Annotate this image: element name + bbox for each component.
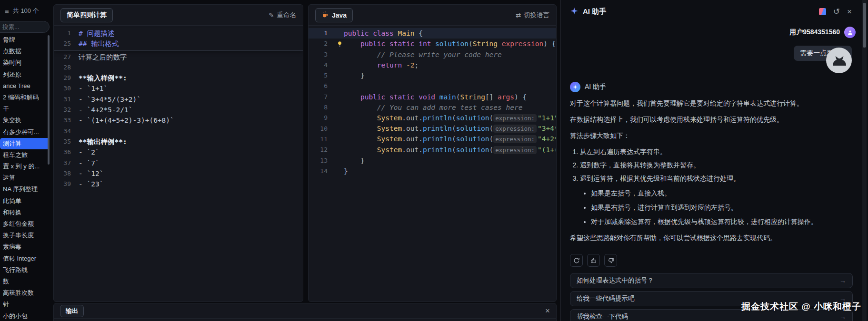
- code-token: solution: [456, 135, 489, 143]
- collapse-sidebar-icon[interactable]: ≡: [5, 7, 9, 15]
- sidebar-header: ≡ 共 100 个: [5, 7, 39, 15]
- sidebar-item[interactable]: 运算: [0, 172, 50, 184]
- line-number: 38: [54, 168, 79, 179]
- code-token: solution: [456, 125, 489, 132]
- switch-language-button[interactable]: ⇄ 切换语言: [516, 11, 549, 19]
- ai-scrollbar-thumb[interactable]: [863, 3, 866, 48]
- code-token: System: [377, 114, 402, 122]
- language-tab-java[interactable]: Java: [315, 8, 353, 22]
- thumbs-down-button[interactable]: [604, 254, 617, 267]
- ai-message-header: AI 助手: [570, 82, 856, 92]
- md-line: 31- `3+4*5/(3+2)`: [54, 94, 303, 105]
- md-segment: -: [79, 180, 87, 188]
- line-number: 36: [54, 147, 79, 157]
- ai-chat-area: 用户9584351560 需要一点思路... AI 助手 对于这个计算器问题，我…: [570, 27, 856, 321]
- sidebar-item[interactable]: 集交换: [0, 115, 50, 126]
- sidebar-item[interactable]: 值转 Integer: [0, 253, 50, 264]
- sidebar-item[interactable]: 列还原: [0, 69, 50, 80]
- code-token: solution: [456, 146, 489, 154]
- md-line: 25## 输出格式: [54, 39, 303, 49]
- line-text: System.out.println(solution(expression:"…: [344, 145, 557, 156]
- code-token: "4+2*5-2/1": [538, 135, 557, 143]
- search-input[interactable]: [0, 21, 50, 33]
- lightbulb-icon[interactable]: [335, 41, 344, 47]
- problem-list: 骨牌点数据染时间列还原ance Tree2 编码和解码干集交换有多少种可...测…: [0, 34, 50, 321]
- sidebar-item[interactable]: ance Tree: [0, 80, 50, 92]
- code-token: Main: [398, 29, 415, 37]
- code-token: [394, 29, 398, 37]
- sidebar-item[interactable]: 置 x 到 y 的...: [0, 161, 50, 172]
- ai-avatar: [570, 82, 580, 92]
- problem-count-label: 共 100 个: [13, 7, 39, 15]
- rename-button[interactable]: ✎ 重命名: [269, 11, 296, 19]
- user-message-header: 用户9584351560: [570, 27, 856, 38]
- watermark-text: 掘金技术社区 @ 小咪和橙子: [741, 301, 861, 313]
- code-token: expression:: [493, 135, 537, 143]
- sidebar-scrollbar[interactable]: [48, 35, 50, 165]
- suggestion-chip[interactable]: 如何处理表达式中的括号？→: [570, 273, 853, 288]
- close-ai-panel-icon[interactable]: ×: [847, 8, 852, 16]
- pencil-icon: ✎: [269, 11, 274, 19]
- code-token: println: [423, 135, 452, 143]
- ai-paragraph: 对于这个计算器问题，我们首先要理解它是要对给定的字符串表达式进行计算。: [570, 98, 856, 108]
- md-line: 28: [54, 62, 303, 73]
- sidebar-item[interactable]: 点数据: [0, 46, 50, 57]
- sidebar-item[interactable]: 飞行路线: [0, 264, 50, 276]
- code-token: solution: [456, 114, 489, 122]
- problem-title-chip[interactable]: 简单四则计算: [60, 8, 113, 22]
- code-line: 9 System.out.println(solution(expression…: [309, 113, 556, 123]
- line-number: 35: [54, 136, 79, 147]
- code-token: expression:: [493, 125, 537, 133]
- regenerate-button[interactable]: [570, 254, 583, 267]
- sidebar-item[interactable]: 干: [0, 103, 50, 115]
- sidebar-item[interactable]: 骨牌: [0, 34, 50, 46]
- markdown-editor[interactable]: 1# 问题描述25## 输出格式 27计算之后的数字2829**输入样例**:3…: [54, 26, 303, 189]
- history-icon[interactable]: ↺: [833, 8, 840, 16]
- code-token: [344, 135, 377, 143]
- sidebar-item[interactable]: 素病毒: [0, 241, 50, 253]
- output-tab[interactable]: 输出: [60, 305, 84, 317]
- line-number: 13: [309, 156, 335, 166]
- sidebar-item[interactable]: 租车之旅: [0, 149, 50, 161]
- sidebar-item[interactable]: 有多少种可...: [0, 126, 50, 138]
- sidebar-item[interactable]: 染时间: [0, 57, 50, 68]
- code-token: [414, 93, 419, 101]
- sidebar-item[interactable]: NA 序列整理: [0, 184, 50, 195]
- sidebar-item[interactable]: 数: [0, 276, 50, 287]
- sidebar-item[interactable]: 高获胜次数: [0, 287, 50, 299]
- line-number: 3: [309, 49, 335, 60]
- sidebar-item-selected[interactable]: 测计算: [0, 138, 50, 149]
- line-text: }: [344, 156, 365, 166]
- close-output-icon[interactable]: ×: [545, 307, 550, 315]
- code-token: [431, 40, 435, 48]
- code-token: [385, 40, 389, 48]
- code-token: void: [419, 93, 435, 101]
- sidebar-item[interactable]: 此简单: [0, 195, 50, 207]
- line-number: 12: [309, 145, 335, 155]
- code-line: 7 public static void main(String[] args)…: [309, 92, 556, 102]
- ai-scrollbar-track[interactable]: [862, 0, 867, 321]
- sidebar-item[interactable]: 和转换: [0, 207, 50, 218]
- sidebar-item[interactable]: 针: [0, 299, 50, 310]
- code-token: expression: [502, 40, 543, 48]
- line-number: 34: [54, 126, 79, 136]
- line-number: 31: [54, 94, 79, 105]
- sidebar-item[interactable]: 小的小包: [0, 311, 50, 321]
- line-number: 27: [54, 52, 79, 62]
- thumbs-up-button[interactable]: [587, 254, 600, 267]
- sidebar-item[interactable]: 多红包金额: [0, 218, 50, 230]
- java-icon: [321, 11, 329, 19]
- line-text: - `4+2*5-2/1`: [79, 105, 133, 115]
- code-token: "(1+(4+5+2)-3)+(6+8)": [538, 146, 557, 154]
- code-token: ;: [414, 61, 419, 69]
- code-editor[interactable]: 1public class Main {2 public static int …: [309, 26, 556, 176]
- code-token: [435, 93, 439, 101]
- md-line: 32- `4+2*5-2/1`: [54, 105, 303, 115]
- sidebar-item[interactable]: 2 编码和解码: [0, 92, 50, 103]
- code-line: 1public class Main {: [309, 28, 556, 39]
- line-number: 25: [54, 39, 79, 49]
- line-text: return -2;: [344, 60, 419, 70]
- code-token: .out.: [402, 114, 423, 122]
- sidebar-item[interactable]: 换子串长度: [0, 230, 50, 241]
- palette-icon[interactable]: [819, 8, 826, 15]
